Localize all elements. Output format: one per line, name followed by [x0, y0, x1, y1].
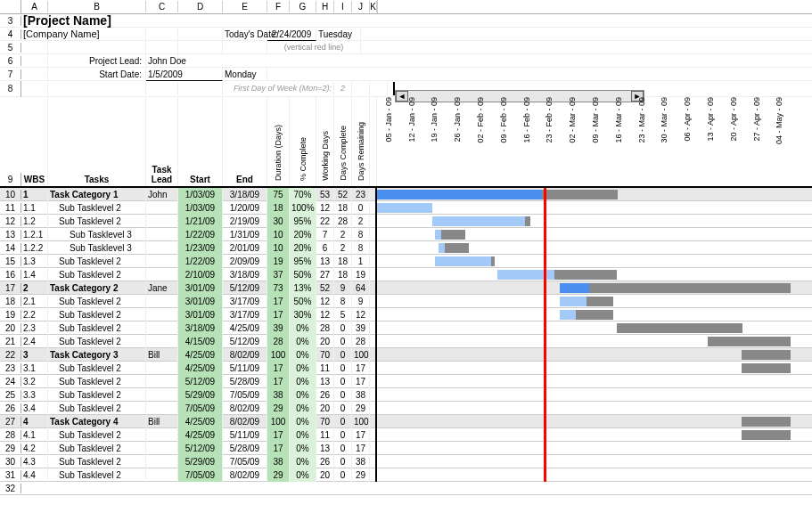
header-days-remaining[interactable]: Days Remaining: [352, 97, 370, 186]
gantt-bar[interactable]: [586, 297, 613, 306]
spacer[interactable]: [370, 442, 377, 455]
lead-cell[interactable]: [146, 335, 178, 348]
end-cell[interactable]: 8/02/09: [223, 415, 267, 428]
end-cell[interactable]: 2/01/09: [223, 241, 267, 255]
wd-cell[interactable]: 12: [316, 308, 334, 321]
col-letter[interactable]: B: [48, 1, 146, 12]
end-cell[interactable]: 1/31/09: [223, 228, 267, 241]
lead-cell[interactable]: Jane: [146, 281, 178, 295]
header-duration[interactable]: Duration (Days): [267, 97, 290, 186]
dr-cell[interactable]: 100: [352, 348, 370, 362]
dc-cell[interactable]: 2: [334, 241, 352, 255]
gantt-bar[interactable]: [432, 216, 525, 226]
pct-cell[interactable]: 50%: [290, 268, 316, 281]
dr-cell[interactable]: 17: [352, 362, 370, 375]
wd-cell[interactable]: 26: [316, 455, 334, 468]
gantt-bar[interactable]: [435, 230, 441, 240]
end-cell[interactable]: 3/17/09: [223, 295, 267, 308]
dr-cell[interactable]: 2: [352, 215, 370, 228]
wd-cell[interactable]: 27: [316, 268, 334, 281]
dc-cell[interactable]: 0: [334, 348, 352, 362]
pct-cell[interactable]: 0%: [290, 468, 316, 482]
spacer[interactable]: [370, 268, 377, 281]
spacer[interactable]: [370, 308, 377, 321]
dur-cell[interactable]: 18: [267, 201, 290, 215]
dc-cell[interactable]: 0: [334, 321, 352, 335]
gantt-bar[interactable]: [708, 337, 791, 346]
task-cell[interactable]: Sub Tasklevel 2: [48, 335, 146, 348]
spacer[interactable]: [370, 241, 377, 255]
wd-cell[interactable]: 20: [316, 335, 334, 348]
dur-cell[interactable]: 17: [267, 308, 290, 321]
lead-cell[interactable]: [146, 468, 178, 482]
dr-cell[interactable]: 8: [352, 228, 370, 241]
gantt-bar[interactable]: [377, 190, 542, 199]
wbs-cell[interactable]: 3.2: [21, 375, 48, 388]
end-cell[interactable]: 5/11/09: [223, 428, 267, 442]
spacer[interactable]: [370, 362, 377, 375]
col-letter[interactable]: A: [21, 1, 48, 12]
wbs-cell[interactable]: 1.2: [21, 215, 48, 228]
wbs-cell[interactable]: 1.3: [21, 255, 48, 268]
dur-cell[interactable]: 29: [267, 468, 290, 482]
dur-cell[interactable]: 10: [267, 228, 290, 241]
task-cell[interactable]: Sub Tasklevel 2: [48, 201, 146, 215]
wbs-cell[interactable]: 3.4: [21, 402, 48, 415]
gantt-bar[interactable]: [742, 363, 791, 373]
gantt-bar[interactable]: [439, 243, 445, 253]
start-cell[interactable]: 4/25/09: [178, 362, 223, 375]
start-cell[interactable]: 1/21/09: [178, 215, 223, 228]
dr-cell[interactable]: 29: [352, 402, 370, 415]
wbs-cell[interactable]: 2.1: [21, 295, 48, 308]
task-cell[interactable]: Sub Tasklevel 2: [48, 268, 146, 281]
todays-date-value[interactable]: 2/24/2009: [267, 28, 316, 41]
end-cell[interactable]: 3/18/09: [223, 268, 267, 281]
spacer[interactable]: [370, 428, 377, 442]
start-cell[interactable]: 3/01/09: [178, 295, 223, 308]
gantt-bar[interactable]: [742, 430, 791, 440]
task-cell[interactable]: Sub Tasklevel 3: [48, 241, 146, 255]
dur-cell[interactable]: 100: [267, 348, 290, 362]
col-letter[interactable]: I: [334, 1, 352, 12]
wbs-cell[interactable]: 1.2.1: [21, 228, 48, 241]
dr-cell[interactable]: 38: [352, 388, 370, 402]
wbs-cell[interactable]: 4.3: [21, 455, 48, 468]
dur-cell[interactable]: 19: [267, 255, 290, 268]
end-cell[interactable]: 5/28/09: [223, 375, 267, 388]
pct-cell[interactable]: 0%: [290, 388, 316, 402]
end-cell[interactable]: 2/19/09: [223, 215, 267, 228]
task-cell[interactable]: Sub Tasklevel 2: [48, 388, 146, 402]
col-letter[interactable]: C: [146, 1, 178, 12]
dc-cell[interactable]: 0: [334, 362, 352, 375]
dr-cell[interactable]: 29: [352, 468, 370, 482]
spacer[interactable]: [370, 468, 377, 482]
pct-cell[interactable]: 95%: [290, 215, 316, 228]
gantt-bar[interactable]: [576, 310, 613, 320]
wbs-cell[interactable]: 3: [21, 348, 48, 362]
dc-cell[interactable]: 0: [334, 388, 352, 402]
dc-cell[interactable]: 0: [334, 415, 352, 428]
col-letter[interactable]: K: [370, 1, 377, 12]
end-cell[interactable]: 4/25/09: [223, 321, 267, 335]
start-cell[interactable]: 5/12/09: [178, 375, 223, 388]
header-wbs[interactable]: WBS: [21, 97, 48, 186]
end-cell[interactable]: 7/05/09: [223, 455, 267, 468]
end-cell[interactable]: 2/09/09: [223, 255, 267, 268]
lead-cell[interactable]: [146, 375, 178, 388]
start-cell[interactable]: 4/15/09: [178, 335, 223, 348]
task-cell[interactable]: Sub Tasklevel 2: [48, 402, 146, 415]
gantt-bar[interactable]: [491, 256, 495, 266]
spacer[interactable]: [370, 281, 377, 295]
end-cell[interactable]: 5/12/09: [223, 281, 267, 295]
start-cell[interactable]: 1/22/09: [178, 228, 223, 241]
lead-cell[interactable]: [146, 268, 178, 281]
dc-cell[interactable]: 18: [334, 268, 352, 281]
pct-cell[interactable]: 0%: [290, 442, 316, 455]
end-cell[interactable]: 5/11/09: [223, 362, 267, 375]
spacer[interactable]: [370, 295, 377, 308]
spacer[interactable]: [370, 348, 377, 362]
start-cell[interactable]: 1/03/09: [178, 201, 223, 215]
dc-cell[interactable]: 52: [334, 188, 352, 201]
start-cell[interactable]: 1/22/09: [178, 255, 223, 268]
gantt-bar[interactable]: [525, 216, 530, 226]
